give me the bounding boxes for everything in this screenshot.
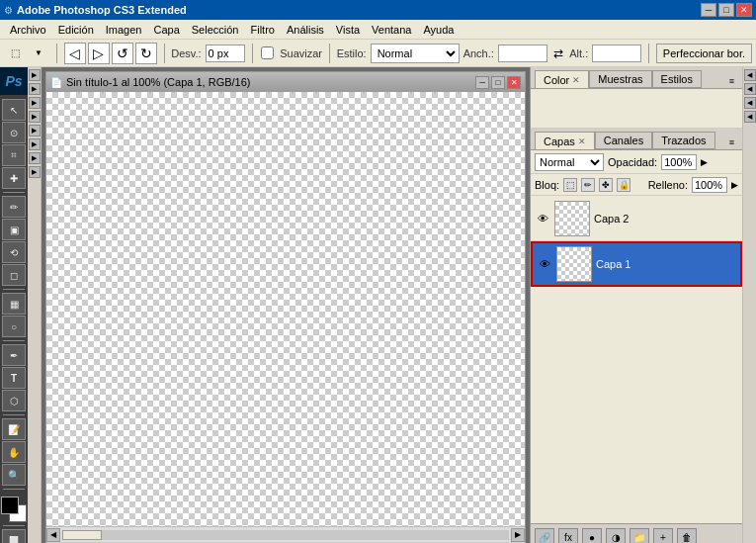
top-panel-menu-btn[interactable]: ≡ xyxy=(725,74,738,88)
title-bar-controls[interactable]: ─ □ ✕ xyxy=(701,3,752,17)
menu-archivo[interactable]: Archivo xyxy=(4,22,52,38)
relleno-input[interactable] xyxy=(692,177,727,193)
menu-filtro[interactable]: Filtro xyxy=(244,22,280,38)
eraser-tool[interactable]: ◻ xyxy=(2,264,26,286)
hand-tool[interactable]: ✋ xyxy=(2,441,26,463)
path-tool[interactable]: ⬡ xyxy=(2,390,26,411)
layer-item-capa1[interactable]: 👁 Capa 1 xyxy=(531,241,742,287)
doc-minimize-btn[interactable]: ─ xyxy=(475,76,489,89)
menu-edicion[interactable]: Edición xyxy=(52,22,100,38)
blend-mode-select[interactable]: Normal Disolver Multiplicar xyxy=(535,153,604,171)
nav-btn-2[interactable]: ▷ xyxy=(88,43,110,64)
layer-item-capa2[interactable]: 👁 Capa 2 xyxy=(531,196,742,241)
notes-tool[interactable]: 📝 xyxy=(2,418,26,440)
text-tool[interactable]: T xyxy=(2,367,26,389)
adjustment-layer-btn[interactable]: ◑ xyxy=(606,528,626,544)
swap-btn[interactable]: ⇄ xyxy=(551,43,565,64)
horizontal-scrollbar[interactable]: ◀ ▶ xyxy=(46,526,525,542)
layer-eye-capa2[interactable]: 👁 xyxy=(535,211,550,226)
history-tool[interactable]: ⟲ xyxy=(2,241,26,263)
tab-trazados[interactable]: Trazados xyxy=(652,132,714,149)
marquee-tool-btn[interactable]: ⬚ xyxy=(4,43,26,64)
layer-mask-btn[interactable]: ● xyxy=(582,528,602,544)
left-strip-btn-8[interactable]: ▶ xyxy=(29,166,41,178)
lock-transparency-btn[interactable]: ⬚ xyxy=(563,178,577,192)
tab-estilos[interactable]: Estilos xyxy=(652,70,702,88)
tab-capas-close[interactable]: ✕ xyxy=(578,136,586,146)
brush-tool[interactable]: ✏ xyxy=(2,196,26,218)
menu-ventana[interactable]: Ventana xyxy=(366,22,417,38)
lock-position-btn[interactable]: ✤ xyxy=(599,178,613,192)
tab-muestras[interactable]: Muestras xyxy=(589,70,651,88)
layer-styles-btn[interactable]: fx xyxy=(558,528,578,544)
quick-mask-btn[interactable]: ⬜ xyxy=(2,529,26,543)
left-strip-btn-7[interactable]: ▶ xyxy=(29,152,41,164)
left-strip-btn-3[interactable]: ▶ xyxy=(29,97,41,109)
new-layer-btn[interactable]: + xyxy=(653,528,673,544)
menu-ayuda[interactable]: Ayuda xyxy=(417,22,460,38)
marquee-options-btn[interactable]: ▼ xyxy=(28,43,49,64)
scroll-left-btn[interactable]: ◀ xyxy=(46,528,60,542)
scroll-right-btn[interactable]: ▶ xyxy=(511,528,525,542)
stamp-tool[interactable]: ▣ xyxy=(2,219,26,240)
color-selector[interactable] xyxy=(1,497,27,522)
alt-input[interactable] xyxy=(592,45,641,62)
nav-btn-4[interactable]: ↻ xyxy=(135,43,157,64)
heal-tool[interactable]: ✚ xyxy=(2,167,26,189)
nav-btn-3[interactable]: ↺ xyxy=(112,43,133,64)
doc-close-btn[interactable]: ✕ xyxy=(507,76,521,89)
right-strip-btn-1[interactable]: ◀ xyxy=(744,69,756,81)
tab-capas[interactable]: Capas ✕ xyxy=(535,132,595,149)
dodge-tool[interactable]: ○ xyxy=(2,316,26,337)
right-strip-btn-3[interactable]: ◀ xyxy=(744,97,756,109)
lock-image-btn[interactable]: ✏ xyxy=(581,178,595,192)
opacity-input[interactable] xyxy=(661,154,697,170)
right-strip-btn-2[interactable]: ◀ xyxy=(744,83,756,95)
right-strip-btn-4[interactable]: ◀ xyxy=(744,111,756,123)
link-layers-btn[interactable]: 🔗 xyxy=(535,528,554,544)
estilo-select[interactable]: Normal Tamaño fijo Proporción fija xyxy=(371,44,460,63)
doc-titlebar-controls[interactable]: ─ □ ✕ xyxy=(475,76,521,89)
nav-btn-1[interactable]: ◁ xyxy=(64,43,86,64)
menu-analisis[interactable]: Análisis xyxy=(281,22,330,38)
layers-panel-menu-btn[interactable]: ≡ xyxy=(725,136,738,149)
lock-all-btn[interactable]: 🔒 xyxy=(617,178,630,192)
left-strip-btn-2[interactable]: ▶ xyxy=(29,83,41,95)
tab-color-close[interactable]: ✕ xyxy=(572,75,580,85)
lasso-tool[interactable]: ⊙ xyxy=(2,122,26,143)
nav-btns-group: ◁ ▷ ↺ ↻ xyxy=(64,43,157,64)
gradient-tool[interactable]: ▦ xyxy=(2,293,26,315)
menu-seleccion[interactable]: Selección xyxy=(186,22,245,38)
tab-color[interactable]: Color ✕ xyxy=(535,70,589,88)
delete-layer-btn[interactable]: 🗑 xyxy=(677,528,697,544)
close-button[interactable]: ✕ xyxy=(736,3,752,17)
foreground-color-box[interactable] xyxy=(1,497,19,514)
menu-capa[interactable]: Capa xyxy=(147,22,185,38)
desv-input[interactable] xyxy=(206,45,245,62)
left-strip-btn-6[interactable]: ▶ xyxy=(29,138,41,150)
move-tool[interactable]: ↖ xyxy=(2,99,26,121)
zoom-tool[interactable]: 🔍 xyxy=(2,464,26,486)
pen-tool[interactable]: ✒ xyxy=(2,344,26,366)
doc-maximize-btn[interactable]: □ xyxy=(491,76,505,89)
layer-eye-capa1[interactable]: 👁 xyxy=(537,256,552,272)
anch-label: Anch.: xyxy=(463,47,494,59)
left-strip-btn-1[interactable]: ▶ xyxy=(29,69,41,81)
suavizar-checkbox[interactable] xyxy=(261,46,274,59)
minimize-button[interactable]: ─ xyxy=(701,3,716,17)
left-strip-btn-4[interactable]: ▶ xyxy=(29,111,41,123)
tab-canales[interactable]: Canales xyxy=(595,132,652,149)
left-strip-btn-5[interactable]: ▶ xyxy=(29,125,41,136)
anch-input[interactable] xyxy=(498,45,547,62)
menu-imagen[interactable]: Imagen xyxy=(100,22,148,38)
new-group-btn[interactable]: 📁 xyxy=(630,528,649,544)
scrollbar-thumb-h[interactable] xyxy=(62,530,102,540)
opacity-arrow[interactable]: ▶ xyxy=(701,157,708,167)
maximize-button[interactable]: □ xyxy=(718,3,734,17)
crop-tool[interactable]: ⌗ xyxy=(2,144,26,166)
menu-vista[interactable]: Vista xyxy=(330,22,366,38)
canvas-content[interactable] xyxy=(46,92,525,526)
relleno-arrow[interactable]: ▶ xyxy=(731,180,738,190)
scrollbar-track-h[interactable] xyxy=(62,530,509,540)
perfeccionar-button[interactable]: Perfeccionar bor. xyxy=(656,44,752,63)
